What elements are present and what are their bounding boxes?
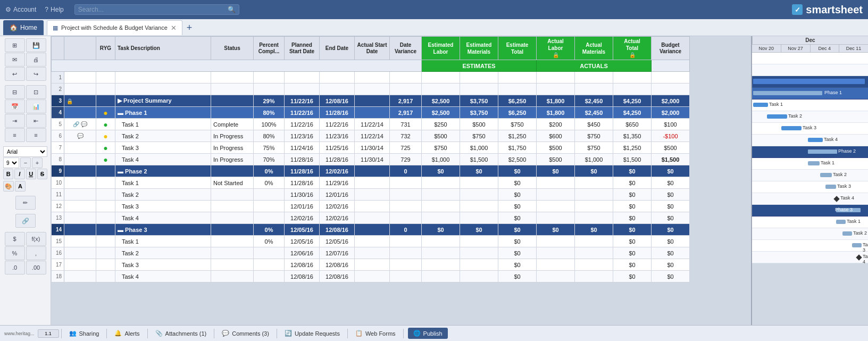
table-wrapper[interactable]: RYG Task Description Status PercentCompl…: [51, 36, 751, 325]
print-button[interactable]: 🖨: [26, 53, 46, 66]
table-row[interactable]: 6 💬 ● Task 2 In Progress 80% 11/23/16 11…: [52, 130, 690, 142]
save-button[interactable]: 💾: [26, 38, 46, 52]
col-header-date-variance: DateVariance: [390, 37, 422, 60]
logo: ✓ smartsheet: [792, 4, 863, 16]
actual-total: $4,250: [613, 107, 652, 119]
col-header-budget-variance: BudgetVariance: [652, 37, 690, 60]
table-row[interactable]: 5 🔗 💬 ● Task 1 Complete 100% 11/22/16 11…: [52, 119, 690, 130]
est-total: $6,250: [498, 107, 537, 119]
phase2-row[interactable]: 9 ▬ Phase 2 0% 11/28/16 12/02/16 0 $0 $0…: [52, 165, 690, 177]
help-menu[interactable]: ? Help: [45, 6, 63, 13]
add-tab-button[interactable]: +: [183, 23, 196, 32]
indent-button[interactable]: ⇥: [5, 114, 25, 128]
decimal-decrease[interactable]: .0: [5, 261, 25, 275]
col-header-icons: [64, 37, 96, 60]
table-row[interactable]: 8 ● Task 4 In Progress 70% 11/28/16 11/2…: [52, 154, 690, 165]
task-label: Task 2: [115, 130, 211, 142]
task-label: Task 1: [115, 177, 211, 189]
gantt-bar-p2t2: [820, 173, 832, 177]
update-requests-label: Update Requests: [295, 330, 340, 337]
column-header-row: RYG Task Description Status PercentCompl…: [52, 37, 690, 60]
card-view-button[interactable]: ⊡: [26, 85, 46, 99]
undo-button[interactable]: ↩: [5, 67, 25, 81]
tab-home[interactable]: 🏠 Home: [3, 20, 44, 35]
col-header-status: Status: [211, 37, 254, 60]
font-size-selector[interactable]: 9: [3, 157, 19, 168]
currency-button[interactable]: $: [5, 232, 25, 246]
gantt-row-project-summary: [752, 76, 868, 88]
table-row[interactable]: 15 Task 1 0% 12/05/16 12/05/16 $0 $0 $0: [52, 236, 690, 247]
alerts-tab[interactable]: 🔔 Alerts: [109, 328, 145, 339]
phase1-row[interactable]: 4 ● ▬ Phase 1 80% 11/22/16 11/28/16 2,91…: [52, 107, 690, 119]
text-color-button[interactable]: A: [15, 181, 26, 192]
formula-button[interactable]: f(x): [26, 232, 46, 246]
sharing-tab[interactable]: 👥 Sharing: [64, 328, 105, 339]
email-button[interactable]: ✉: [5, 53, 25, 66]
gantt-label-p3t2: Task 2: [853, 230, 867, 236]
tab-project[interactable]: ▦ Project with Schedule & Budget Varianc…: [47, 20, 182, 35]
table-row[interactable]: 13 Task 4 12/02/16 12/02/16 $0 $0 $0: [52, 212, 690, 224]
gantt-button[interactable]: 📊: [26, 99, 46, 113]
align-right-button[interactable]: ≡: [26, 128, 46, 142]
link-button[interactable]: 🔗: [15, 214, 36, 228]
col-header-actual-total: ActualTotal🔒: [613, 37, 652, 60]
row-icons: 💬: [64, 130, 96, 142]
web-forms-tab[interactable]: 📋 Web Forms: [350, 328, 401, 339]
table-row[interactable]: 16 Task 2 12/06/16 12/07/16 $0 $0 $0: [52, 247, 690, 259]
actual-labor: $200: [537, 119, 575, 130]
gantt-label-t3: Task 3: [803, 125, 816, 130]
color-fill-button[interactable]: 🎨: [3, 181, 14, 192]
table-row[interactable]: 11 Task 2 11/30/16 12/01/16 $0 $0 $0: [52, 189, 690, 201]
strikethrough-button[interactable]: S: [37, 169, 47, 179]
table-row[interactable]: 18 Task 4 12/08/16 12/08/16 $0 $0 $0: [52, 271, 690, 282]
bold-button[interactable]: B: [3, 169, 13, 179]
outdent-button[interactable]: ⇤: [26, 114, 46, 128]
ryg-dot: ●: [96, 107, 115, 119]
italic-button[interactable]: I: [14, 169, 24, 179]
percent-button[interactable]: %: [5, 246, 25, 260]
date-variance: 731: [390, 119, 422, 130]
search-input[interactable]: [78, 6, 228, 13]
comments-icon: 💬: [222, 330, 229, 337]
actual-labor: $500: [537, 154, 575, 165]
gantt-bar-p3t2: [842, 231, 852, 236]
redo-button[interactable]: ↪: [26, 67, 46, 81]
account-label: Account: [13, 6, 36, 13]
font-selector[interactable]: Arial: [3, 146, 47, 157]
est-total: $1,250: [498, 130, 537, 142]
grid-view-button[interactable]: ⊞: [5, 38, 25, 52]
search-bar[interactable]: 🔍: [74, 4, 239, 15]
task-label: Task 2: [115, 247, 211, 259]
publish-tab[interactable]: 🌐 Publish: [408, 328, 448, 339]
underline-button[interactable]: U: [26, 169, 36, 179]
main-area: ⊞ 💾 ✉ 🖨 ↩ ↪ ⊟ ⊡ 📅 📊 ⇥ ⇤ ≡ ≡: [0, 36, 868, 325]
attachments-tab[interactable]: 📎 Attachments (1): [150, 328, 212, 339]
font-size-increase[interactable]: +: [32, 157, 43, 168]
table-row[interactable]: 17 Task 3 12/08/16 12/08/16 $0 $0 $0: [52, 259, 690, 271]
planned-start: 11/28/16: [285, 154, 320, 165]
gantt-rows: Phase 1 Task 1 Task 2 Task 3 Task 4: [752, 53, 868, 325]
planned-start: 11/23/16: [285, 130, 320, 142]
tab-close-icon[interactable]: ✕: [171, 24, 177, 32]
table-view-button[interactable]: ⊟: [5, 85, 25, 99]
est-materials: $750: [460, 130, 498, 142]
table-row[interactable]: 7 ● Task 3 In Progress 75% 11/24/16 11/2…: [52, 142, 690, 154]
end-date: 12/08/16: [320, 95, 355, 107]
table-row[interactable]: 12 Task 3 12/01/16 12/02/16 $0 $0 $0: [52, 201, 690, 212]
publish-icon: 🌐: [413, 330, 421, 337]
phase3-row[interactable]: 14 ▬ Phase 3 0% 12/05/16 12/08/16 0 $0 $…: [52, 224, 690, 236]
table-row[interactable]: 10 Task 1 Not Started 0% 11/28/16 11/29/…: [52, 177, 690, 189]
align-left-button[interactable]: ≡: [5, 128, 25, 142]
task-label: Task 3: [115, 259, 211, 271]
update-requests-tab[interactable]: 🔄 Update Requests: [279, 328, 345, 339]
comma-button[interactable]: ,: [26, 246, 46, 260]
account-menu[interactable]: ⚙ Account: [5, 6, 36, 13]
pencil-button[interactable]: ✏: [15, 196, 36, 210]
font-size-decrease[interactable]: −: [20, 157, 31, 168]
calendar-button[interactable]: 📅: [5, 99, 25, 113]
project-summary-row[interactable]: 3 🔒 ▶ Project Summary 29% 11/22/16 12/08…: [52, 95, 690, 107]
comments-tab[interactable]: 💬 Comments (3): [216, 328, 274, 339]
decimal-increase[interactable]: .00: [26, 261, 46, 275]
actual-total: $1,250: [613, 142, 652, 154]
date-variance: 725: [390, 142, 422, 154]
